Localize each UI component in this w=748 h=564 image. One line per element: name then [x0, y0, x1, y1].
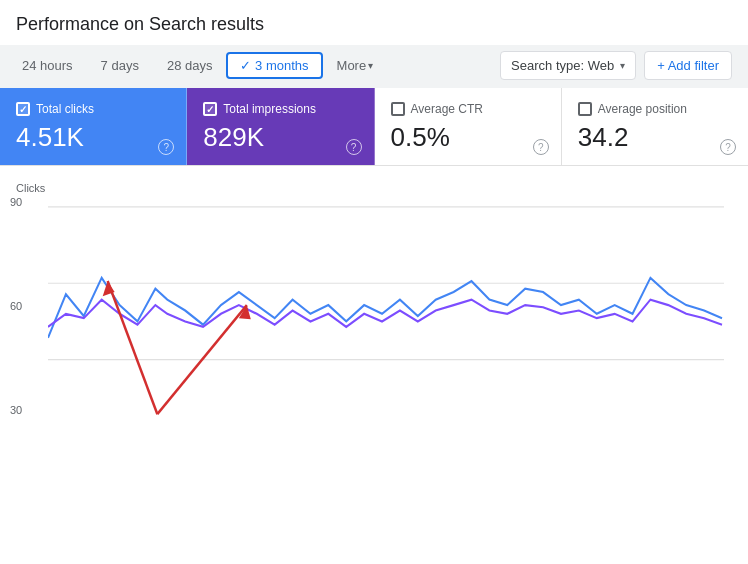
- metric-card-total-impressions[interactable]: Total impressions 829K ?: [187, 88, 374, 165]
- metric-header-position: Average position: [578, 102, 732, 116]
- time-btn-28d[interactable]: 28 days: [153, 52, 227, 79]
- y-tick-90: 90: [10, 196, 22, 208]
- chart-container: 90 60 30: [48, 196, 724, 436]
- metric-label-ctr: Average CTR: [411, 102, 483, 116]
- metric-label-impressions: Total impressions: [223, 102, 316, 116]
- help-icon-position[interactable]: ?: [720, 139, 736, 155]
- page-title: Performance on Search results: [0, 0, 748, 45]
- chevron-down-icon: ▾: [368, 60, 373, 71]
- chevron-down-icon-search: ▾: [620, 60, 625, 71]
- metric-header-impressions: Total impressions: [203, 102, 357, 116]
- help-icon-impressions[interactable]: ?: [346, 139, 362, 155]
- metric-value-impressions: 829K: [203, 122, 357, 153]
- time-btn-3m[interactable]: ✓ 3 months: [226, 52, 322, 79]
- metric-header-ctr: Average CTR: [391, 102, 545, 116]
- metric-card-avg-ctr[interactable]: Average CTR 0.5% ?: [375, 88, 562, 165]
- filter-bar: 24 hours 7 days 28 days ✓ 3 months More …: [0, 45, 748, 88]
- y-tick-30: 30: [10, 404, 22, 416]
- metric-card-total-clicks[interactable]: Total clicks 4.51K ?: [0, 88, 187, 165]
- metric-label-position: Average position: [598, 102, 687, 116]
- add-filter-button[interactable]: + Add filter: [644, 51, 732, 80]
- metric-card-avg-position[interactable]: Average position 34.2 ?: [562, 88, 748, 165]
- metric-value-position: 34.2: [578, 122, 732, 153]
- metric-value-ctr: 0.5%: [391, 122, 545, 153]
- chart-svg: [48, 196, 724, 436]
- chart-y-label: Clicks: [16, 182, 732, 194]
- time-btn-7d[interactable]: 7 days: [87, 52, 153, 79]
- search-type-button[interactable]: Search type: Web ▾: [500, 51, 636, 80]
- checkbox-ctr[interactable]: [391, 102, 405, 116]
- more-button[interactable]: More ▾: [323, 52, 380, 79]
- checkmark-icon: ✓: [240, 58, 255, 73]
- metric-label-clicks: Total clicks: [36, 102, 94, 116]
- checkbox-clicks[interactable]: [16, 102, 30, 116]
- checkbox-impressions[interactable]: [203, 102, 217, 116]
- svg-line-3: [108, 281, 158, 414]
- checkbox-position[interactable]: [578, 102, 592, 116]
- time-btn-24h[interactable]: 24 hours: [8, 52, 87, 79]
- y-tick-60: 60: [10, 300, 22, 312]
- chart-area: Clicks 90 60 30: [0, 166, 748, 444]
- metric-value-clicks: 4.51K: [16, 122, 170, 153]
- y-axis: 90 60 30: [10, 196, 22, 416]
- help-icon-clicks[interactable]: ?: [158, 139, 174, 155]
- metrics-row: Total clicks 4.51K ? Total impressions 8…: [0, 88, 748, 166]
- metric-header-clicks: Total clicks: [16, 102, 170, 116]
- filter-right: Search type: Web ▾ + Add filter: [500, 51, 732, 80]
- help-icon-ctr[interactable]: ?: [533, 139, 549, 155]
- page-container: Performance on Search results 24 hours 7…: [0, 0, 748, 444]
